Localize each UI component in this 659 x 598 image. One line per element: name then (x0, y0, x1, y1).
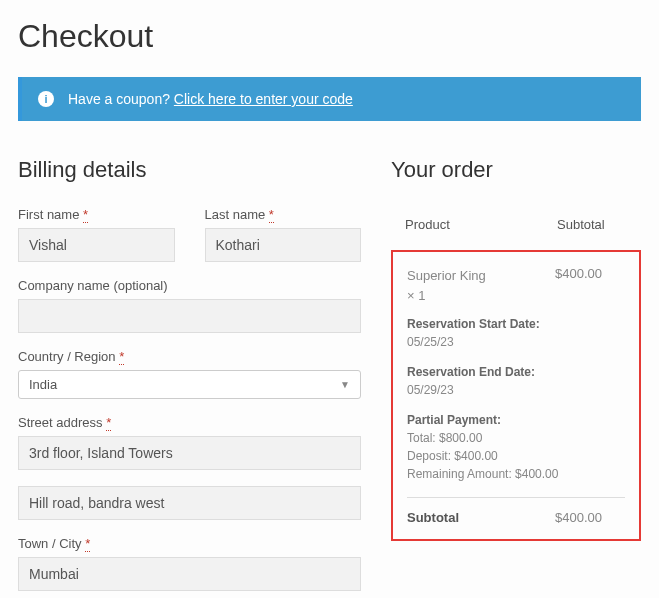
street-label: Street address * (18, 415, 361, 430)
subtotal-row: Subtotal $400.00 (407, 497, 625, 525)
country-label: Country / Region * (18, 349, 361, 364)
col-subtotal: Subtotal (557, 217, 627, 232)
required-mark: * (85, 536, 90, 552)
street1-input[interactable] (18, 436, 361, 470)
required-mark: * (106, 415, 111, 431)
order-item-price: $400.00 (555, 266, 625, 305)
first-name-input[interactable] (18, 228, 175, 262)
coupon-notice: i Have a coupon? Click here to enter you… (18, 77, 641, 121)
subtotal-label: Subtotal (407, 510, 555, 525)
last-name-input[interactable] (205, 228, 362, 262)
country-select[interactable]: India ▼ (18, 370, 361, 399)
order-table-header: Product Subtotal (391, 207, 641, 250)
info-icon: i (38, 91, 54, 107)
order-heading: Your order (391, 157, 641, 183)
country-selected: India (29, 377, 57, 392)
required-mark: * (83, 207, 88, 223)
coupon-text: Have a coupon? (68, 91, 170, 107)
subtotal-value: $400.00 (555, 510, 625, 525)
company-input[interactable] (18, 299, 361, 333)
first-name-label: First name * (18, 207, 175, 222)
city-input[interactable] (18, 557, 361, 591)
col-product: Product (405, 217, 557, 232)
page-title: Checkout (18, 18, 641, 55)
order-item-row: Superior King × 1 $400.00 (407, 266, 625, 305)
coupon-link[interactable]: Click here to enter your code (174, 91, 353, 107)
order-item-name: Superior King (407, 268, 486, 283)
billing-heading: Billing details (18, 157, 361, 183)
partial-payment: Partial Payment: Total: $800.00 Deposit:… (407, 411, 625, 483)
order-item-qty: × 1 (407, 288, 425, 303)
company-label: Company name (optional) (18, 278, 361, 293)
required-mark: * (119, 349, 124, 365)
last-name-label: Last name * (205, 207, 362, 222)
required-mark: * (269, 207, 274, 223)
chevron-down-icon: ▼ (340, 379, 350, 390)
city-label: Town / City * (18, 536, 361, 551)
reservation-start: Reservation Start Date: 05/25/23 (407, 315, 625, 351)
order-summary-box: Superior King × 1 $400.00 Reservation St… (391, 250, 641, 541)
street2-input[interactable] (18, 486, 361, 520)
reservation-end: Reservation End Date: 05/29/23 (407, 363, 625, 399)
